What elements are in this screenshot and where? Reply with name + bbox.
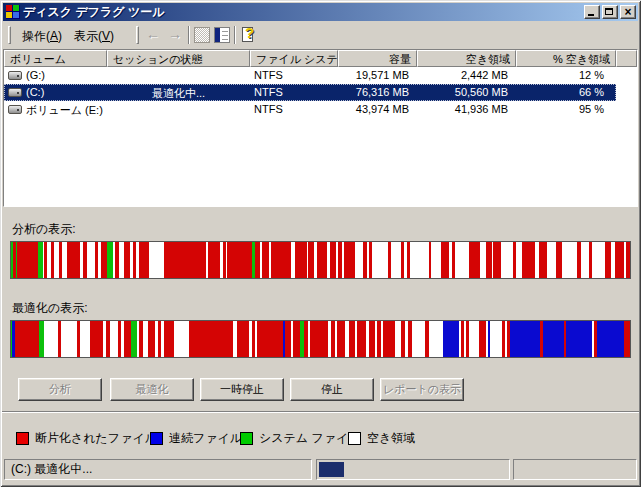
- button-1-disabled: 最適化: [110, 378, 194, 401]
- volume-name: ボリューム (E:): [26, 103, 103, 118]
- segment-fragmented: [164, 321, 175, 357]
- help-question-icon: ?: [245, 25, 254, 41]
- segment-fragmented: [337, 321, 345, 357]
- segment-fragmented: [317, 242, 327, 278]
- segment-fragmented: [493, 242, 501, 278]
- column-header-0[interactable]: ボリューム: [4, 50, 107, 67]
- segment-free: [87, 242, 95, 278]
- segment-fragmented: [257, 321, 283, 357]
- drive-icon: [8, 88, 22, 97]
- legend-color-swatch: [16, 432, 29, 445]
- forward-button: →: [164, 26, 186, 44]
- volume-name: (G:): [26, 69, 45, 81]
- free-space: 50,560 MB: [417, 86, 508, 98]
- details-view-icon-column: [215, 28, 220, 42]
- segment-free: [501, 242, 512, 278]
- column-header-3[interactable]: 容量: [338, 50, 417, 67]
- segment-fragmented: [310, 321, 328, 357]
- maximize-button[interactable]: [602, 5, 618, 19]
- close-button[interactable]: ×: [620, 5, 636, 19]
- analysis-view-icon: [194, 27, 210, 43]
- maximize-icon: [605, 8, 613, 15]
- segment-free: [592, 242, 605, 278]
- optimize-display-bar: [10, 320, 631, 358]
- free-space-percent: 12 %: [516, 69, 604, 81]
- segment-fragmented: [262, 242, 270, 278]
- volume-name: (C:): [26, 86, 44, 98]
- title-bar[interactable]: ディスク デフラグ ツール ×: [3, 3, 638, 21]
- volume-row-2[interactable]: ボリューム (E:)NTFS43,974 MB41,936 MB95 %: [4, 101, 637, 118]
- free-space: 41,936 MB: [417, 103, 508, 115]
- minimize-button[interactable]: [584, 5, 600, 19]
- segment-free: [149, 242, 163, 278]
- segment-contiguous: [597, 321, 625, 357]
- progress-bar-fill: [319, 462, 344, 477]
- details-view-line: [222, 35, 228, 36]
- toolbar-gripper[interactable]: [136, 26, 139, 44]
- minimize-icon: [588, 14, 594, 16]
- button-2[interactable]: 一時停止: [200, 378, 284, 401]
- column-header-2[interactable]: ファイル システム: [250, 50, 338, 67]
- legend-item-1: 連続ファイル: [150, 430, 242, 447]
- statusbar-text-panel: (C:) 最適化中...: [4, 459, 312, 480]
- segment-fragmented: [101, 242, 108, 278]
- menu-item-a[interactable]: 操作(A): [15, 26, 69, 44]
- segment-fragmented: [15, 321, 39, 357]
- segment-free: [490, 321, 502, 357]
- window-title: ディスク デフラグ ツール: [23, 4, 164, 21]
- legend-item-2: システム ファイル: [240, 430, 361, 447]
- file-system: NTFS: [254, 86, 283, 98]
- segment-fragmented: [17, 242, 38, 278]
- app-icon-blue-block: [13, 12, 19, 18]
- segment-fragmented: [164, 242, 207, 278]
- details-view-icon[interactable]: [214, 27, 230, 43]
- file-system: NTFS: [254, 103, 283, 115]
- segment-fragmented: [626, 242, 630, 278]
- statusbar-progress-panel: [316, 459, 510, 480]
- segment-free: [410, 242, 429, 278]
- details-view-line: [222, 39, 228, 40]
- legend-label: 断片化されたファイル: [35, 430, 157, 447]
- free-space-percent: 95 %: [516, 103, 604, 115]
- segment-fragmented: [293, 321, 301, 357]
- segment-free: [431, 242, 441, 278]
- segment-fragmented: [344, 242, 355, 278]
- segment-fragmented: [271, 242, 291, 278]
- column-header-4[interactable]: 空き領域: [417, 50, 516, 67]
- column-header-1[interactable]: セッションの状態: [107, 50, 250, 67]
- arrow-left-icon: ←: [146, 26, 160, 42]
- app-icon-red-block: [6, 5, 12, 11]
- file-system: NTFS: [254, 69, 283, 81]
- menu-gripper[interactable]: [8, 26, 11, 44]
- free-space: 2,442 MB: [417, 69, 508, 81]
- legend-color-swatch: [240, 432, 253, 445]
- back-button: ←: [142, 26, 164, 44]
- app-icon-yellow-block: [6, 12, 12, 18]
- segment-fragmented: [227, 242, 252, 278]
- menu-item-v[interactable]: 表示(V): [67, 26, 121, 44]
- help-button[interactable]: ?: [241, 27, 257, 43]
- legend-item-3: 空き領域: [348, 430, 415, 447]
- legend-item-0: 断片化されたファイル: [16, 430, 157, 447]
- toolbar-separator-2: [234, 26, 236, 44]
- capacity: 19,571 MB: [338, 69, 409, 81]
- column-header-filler: [616, 50, 637, 67]
- close-icon: ×: [621, 5, 635, 19]
- window-controls: ×: [584, 5, 636, 19]
- segment-fragmented: [208, 242, 219, 278]
- segment-free: [80, 321, 90, 357]
- segment-fragmented: [139, 242, 149, 278]
- button-3[interactable]: 停止: [290, 378, 374, 401]
- volume-row-0[interactable]: (G:)NTFS19,571 MB2,442 MB12 %: [4, 67, 637, 84]
- segment-fragmented: [148, 321, 155, 357]
- statusbar-empty-panel: [513, 459, 637, 480]
- column-header-5[interactable]: % 空き領域: [516, 50, 616, 67]
- volume-row-1[interactable]: (C:)最適化中...NTFS76,316 MB50,560 MB66 %: [4, 84, 637, 101]
- legend-color-swatch: [150, 432, 163, 445]
- segment-fragmented: [522, 242, 535, 278]
- segment-fragmented: [469, 242, 480, 278]
- volume-list: ボリュームセッションの状態ファイル システム容量空き領域% 空き領域 (G:)N…: [3, 49, 638, 207]
- segment-fragmented: [624, 321, 630, 357]
- segment-fragmented: [189, 321, 233, 357]
- segment-contiguous: [543, 321, 565, 357]
